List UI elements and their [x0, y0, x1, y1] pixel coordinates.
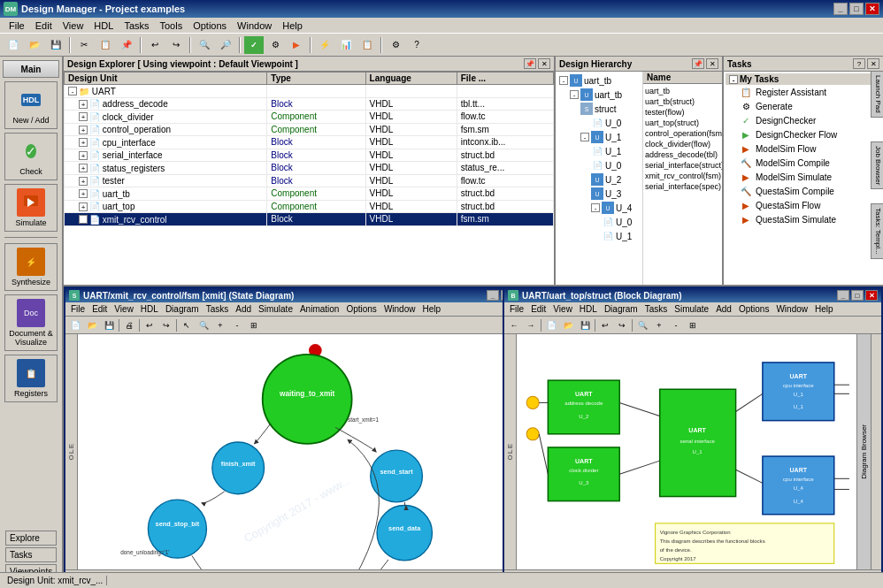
block-tb-open[interactable]: 📂	[560, 318, 576, 332]
block-tb-save[interactable]: 💾	[577, 318, 593, 332]
close-button[interactable]: ✕	[865, 3, 879, 15]
state-minimize[interactable]: _	[487, 290, 499, 301]
task-register-assistant[interactable]: 📋 Register Assistant	[726, 85, 881, 99]
hier-pin[interactable]: 📌	[692, 58, 704, 69]
hier-close[interactable]: ✕	[706, 58, 718, 69]
block-menu-options[interactable]: Options	[735, 303, 772, 315]
block-menu-window[interactable]: Window	[772, 303, 811, 315]
state-tb-new[interactable]: 📄	[67, 318, 83, 332]
task-design-checker-flow[interactable]: ▶ DesignChecker Flow	[726, 127, 881, 141]
block-menu-edit[interactable]: Edit	[527, 303, 549, 315]
state-menu-tasks[interactable]: Tasks	[203, 303, 233, 315]
state-tb-undo[interactable]: ↩	[142, 318, 157, 332]
launch-pad-tab[interactable]: Launch Pad	[871, 71, 883, 118]
state-menu-simulate[interactable]: Simulate	[255, 303, 296, 315]
simulate-button[interactable]: Simulate	[4, 184, 58, 232]
state-menu-file[interactable]: File	[67, 303, 88, 315]
menu-tools[interactable]: Tools	[155, 19, 188, 32]
tb-cut[interactable]: ✂	[74, 36, 94, 54]
table-row[interactable]: -📁 UART	[65, 85, 554, 98]
state-menu-help[interactable]: Help	[418, 303, 444, 315]
tb-check[interactable]: ✓	[244, 36, 264, 54]
tb-copy[interactable]: 📋	[96, 36, 115, 54]
state-tb-print[interactable]: 🖨	[121, 318, 137, 332]
tb-settings[interactable]: ⚙	[386, 36, 405, 54]
table-row[interactable]: +📄 uart_tb Component VHDL struct.bd	[65, 187, 554, 201]
state-menu-window[interactable]: Window	[380, 303, 419, 315]
main-tab[interactable]: Main	[3, 60, 59, 78]
block-tb-zoomin[interactable]: +	[651, 318, 667, 332]
hier-item[interactable]: - U uart_tb	[557, 73, 641, 88]
task-questasim-flow[interactable]: ▶ QuestaSim Flow	[726, 198, 881, 212]
tb-redo[interactable]: ↪	[166, 36, 186, 54]
state-finish-xmit[interactable]	[212, 442, 265, 494]
state-menu-options[interactable]: Options	[342, 303, 380, 315]
check-button[interactable]: ✓ Check	[4, 133, 58, 180]
hier-tree[interactable]: - U uart_tb - U uart_tb S struct	[556, 72, 642, 285]
tasks-close[interactable]: ✕	[867, 58, 879, 69]
menu-file[interactable]: File	[4, 19, 30, 32]
block-tb-new[interactable]: 📄	[543, 318, 559, 332]
state-menu-edit[interactable]: Edit	[88, 303, 111, 315]
tb-save[interactable]: 💾	[46, 36, 65, 54]
hier-item[interactable]: S struct	[557, 102, 641, 116]
state-menu-diagram[interactable]: Diagram	[162, 303, 203, 315]
table-row[interactable]: +📄 xmit_rcv_control Block VHDL fsm.sm	[65, 213, 554, 226]
hier-item[interactable]: - U uart_tb	[557, 88, 641, 102]
block-tb-undo[interactable]: ↩	[597, 318, 613, 332]
hier-item[interactable]: 📄 U_1	[557, 229, 641, 243]
tb-paste[interactable]: 📌	[117, 36, 136, 54]
tasks-button[interactable]: Tasks	[5, 547, 57, 562]
block-menu-view[interactable]: View	[549, 303, 576, 315]
state-tb-open[interactable]: 📂	[84, 318, 100, 332]
state-tb-redo[interactable]: ↪	[158, 318, 174, 332]
state-menu-view[interactable]: View	[111, 303, 137, 315]
block-menu-hdl[interactable]: HDL	[576, 303, 601, 315]
diagram-browser-tab[interactable]: Diagram Browser	[856, 334, 871, 569]
hier-item[interactable]: - U U_4	[557, 201, 641, 215]
tb-open[interactable]: 📂	[25, 36, 44, 54]
state-tb-select[interactable]: ↖	[179, 318, 195, 332]
block-menu-diagram[interactable]: Diagram	[601, 303, 641, 315]
state-menu-hdl[interactable]: HDL	[137, 303, 162, 315]
tb-compile[interactable]: ⚙	[265, 36, 285, 54]
hier-item[interactable]: 📄 U_1	[557, 144, 641, 158]
job-browser-tab[interactable]: Job Browser	[871, 141, 883, 189]
menu-edit[interactable]: Edit	[30, 19, 58, 32]
menu-view[interactable]: View	[58, 19, 89, 32]
block-close[interactable]: ✕	[865, 290, 878, 301]
tasks-templ-tab[interactable]: Tasks: Templ...	[871, 203, 883, 259]
state-menu-animation[interactable]: Animation	[296, 303, 342, 315]
panel-close[interactable]: ✕	[538, 58, 550, 69]
state-send-data[interactable]	[377, 506, 432, 561]
block-address-decode[interactable]	[548, 380, 619, 434]
tb-search[interactable]: 🔍	[195, 36, 214, 54]
state-tb-zoomin[interactable]: +	[212, 318, 228, 332]
tb-help[interactable]: ?	[407, 36, 426, 54]
table-row[interactable]: +📄 status_registers Block VHDL status_re…	[65, 162, 554, 175]
menu-hdl[interactable]: HDL	[88, 19, 119, 32]
tb-synth[interactable]: ⚡	[315, 36, 334, 54]
task-modelsim-compile[interactable]: 🔨 ModelSim Compile	[726, 156, 881, 170]
hier-item[interactable]: - U U_1	[557, 130, 641, 144]
block-minimize[interactable]: _	[837, 290, 849, 301]
registers-button[interactable]: 📋 Registers	[4, 355, 58, 402]
state-waiting[interactable]	[263, 355, 352, 444]
block-menu-file[interactable]: File	[506, 303, 527, 315]
tb-doc[interactable]: 📊	[336, 36, 356, 54]
block-menu-simulate[interactable]: Simulate	[671, 303, 712, 315]
task-modelsim-simulate[interactable]: ▶ ModelSim Simulate	[726, 170, 881, 184]
table-row[interactable]: +📄 uart_top Component VHDL struct.bd	[65, 200, 554, 213]
menu-tasks[interactable]: Tasks	[119, 19, 154, 32]
hier-item[interactable]: U U_2	[557, 172, 641, 187]
hier-item[interactable]: 📄 U_0	[557, 158, 641, 172]
state-tb-save[interactable]: 💾	[101, 318, 117, 332]
state-send-start[interactable]	[371, 450, 423, 502]
state-menu-add[interactable]: Add	[232, 303, 255, 315]
state-diagram-title[interactable]: S UART/xmit_rcv_control/fsm [xmit] (Stat…	[65, 288, 531, 302]
block-maximize[interactable]: □	[851, 290, 864, 301]
block-clock-divider[interactable]	[548, 447, 619, 501]
task-generate[interactable]: ⚙ Generate	[726, 99, 881, 113]
menu-help[interactable]: Help	[277, 19, 308, 32]
tasks-pin[interactable]: ?	[853, 58, 865, 69]
